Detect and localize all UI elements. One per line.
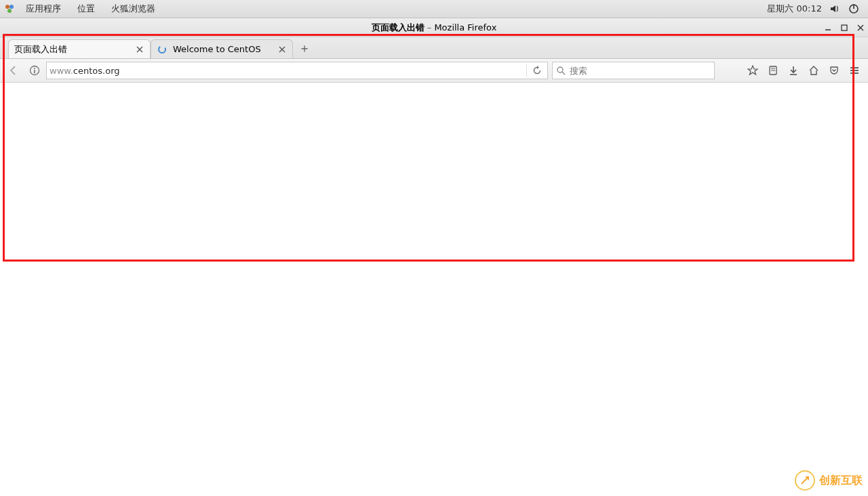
tab-close-button[interactable] [277,45,287,54]
svg-point-17 [557,67,563,73]
panel-tray: 星期六 00:12 [767,3,864,15]
panel-menu-firefox[interactable]: 火狐浏览器 [103,3,163,15]
address-bar[interactable]: www.centos.org [46,62,548,79]
url-text: www.centos.org [50,66,524,76]
svg-line-18 [562,72,565,75]
power-icon[interactable] [848,3,860,15]
window-maximize-button[interactable] [840,23,849,33]
svg-rect-6 [842,25,847,30]
search-icon [557,66,566,75]
svg-point-11 [159,46,165,53]
browser-tab-active[interactable]: 页面载入出错 [8,39,151,58]
panel-menu-places[interactable]: 位置 [69,3,103,15]
home-icon[interactable] [807,64,821,77]
svg-rect-16 [34,70,35,73]
window-title: 页面载入出错 – Mozilla Firefox [372,22,497,34]
search-input[interactable] [570,66,710,76]
tab-label: Welcome to CentOS [173,44,272,54]
activities-icon [4,3,15,14]
site-info-button[interactable] [27,61,42,80]
panel-menu-applications[interactable]: 应用程序 [18,3,69,15]
gnome-panel: 应用程序 位置 火狐浏览器 星期六 00:12 [0,0,868,18]
downloads-icon[interactable] [787,64,800,77]
svg-point-1 [9,5,14,9]
hamburger-menu-icon[interactable] [848,64,861,77]
svg-point-2 [7,9,12,13]
window-minimize-button[interactable] [823,23,833,33]
back-button[interactable] [4,61,23,80]
svg-point-15 [34,68,35,69]
search-bar[interactable] [552,62,715,79]
watermark-logo-icon [795,470,815,491]
volume-icon[interactable] [829,3,841,15]
browser-tabstrip: 页面载入出错 Welcome to CentOS ＋ [0,37,868,59]
bookmarks-panel-icon[interactable] [766,64,780,77]
watermark: 创新互联 [795,470,863,491]
window-close-button[interactable] [856,23,865,33]
window-titlebar[interactable]: 页面载入出错 – Mozilla Firefox [0,18,868,37]
tab-close-button[interactable] [135,45,144,54]
reload-button[interactable] [530,66,545,75]
pocket-icon[interactable] [827,64,841,77]
watermark-text: 创新互联 [819,474,863,488]
loading-spinner-icon [157,44,167,55]
browser-nav-toolbar: www.centos.org [0,59,868,83]
url-divider [526,64,527,77]
bookmark-star-icon[interactable] [746,64,760,77]
browser-tab[interactable]: Welcome to CentOS [151,39,293,58]
tab-label: 页面载入出错 [14,43,130,56]
new-tab-button[interactable]: ＋ [296,39,313,57]
svg-point-0 [5,5,9,9]
panel-clock: 星期六 00:12 [767,3,822,15]
